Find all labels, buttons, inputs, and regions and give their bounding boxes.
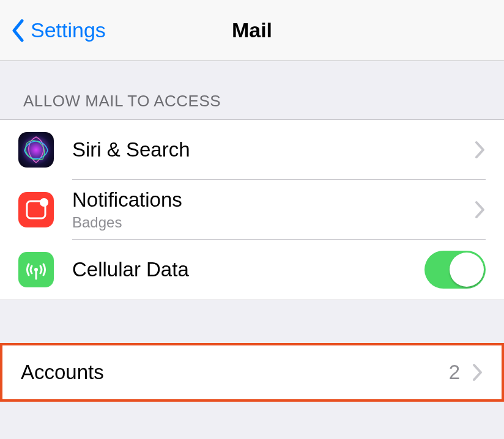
row-title: Notifications: [72, 188, 465, 212]
chevron-right-icon: [475, 141, 486, 159]
row-title: Accounts: [21, 360, 449, 385]
back-button[interactable]: Settings: [11, 18, 106, 42]
notifications-icon: [18, 192, 54, 227]
section-header-allow-access: ALLOW MAIL TO ACCESS: [0, 61, 504, 119]
svg-point-1: [40, 198, 48, 207]
chevron-left-icon: [11, 19, 24, 42]
row-cellular-data: Cellular Data: [0, 240, 504, 300]
row-accounts[interactable]: Accounts 2: [0, 343, 504, 402]
cellular-data-icon: [18, 252, 54, 287]
row-siri-and-search[interactable]: Siri & Search: [0, 120, 504, 180]
back-label: Settings: [31, 18, 106, 42]
row-title: Cellular Data: [72, 257, 424, 282]
chevron-right-icon: [472, 363, 483, 382]
chevron-right-icon: [475, 201, 486, 219]
siri-icon: [18, 132, 54, 168]
cellular-data-toggle[interactable]: [424, 251, 486, 289]
row-notifications[interactable]: Notifications Badges: [0, 180, 504, 240]
row-subtitle: Badges: [72, 214, 465, 231]
row-title: Siri & Search: [72, 138, 465, 162]
accounts-count: 2: [449, 361, 460, 384]
